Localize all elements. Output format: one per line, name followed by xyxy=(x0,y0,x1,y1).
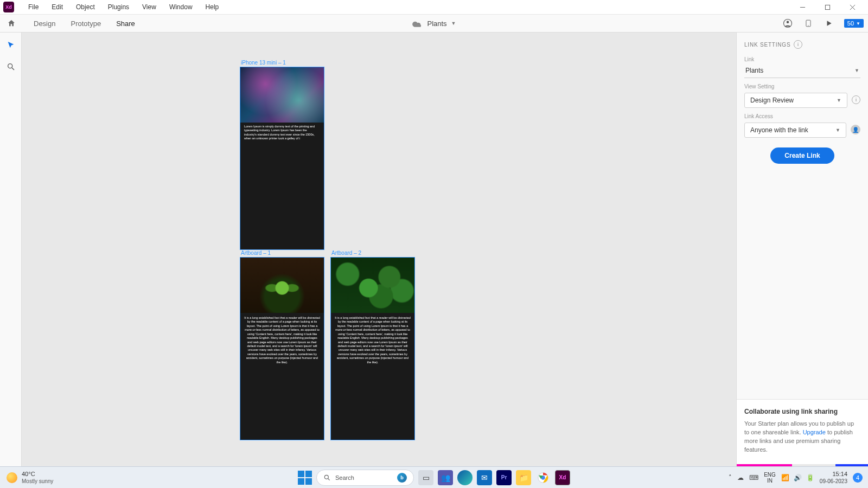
search-icon[interactable] xyxy=(5,61,17,73)
artboard-image xyxy=(240,67,324,123)
edge-icon[interactable] xyxy=(457,470,473,485)
weather-condition: Mostly sunny xyxy=(22,478,53,484)
tab-share[interactable]: Share xyxy=(108,16,143,31)
menu-edit[interactable]: Edit xyxy=(45,1,69,13)
link-label: Link xyxy=(744,56,860,62)
window-minimize[interactable] xyxy=(790,0,815,15)
task-view-icon[interactable]: ▭ xyxy=(418,470,433,485)
artboard-text: It is a long established fact that a rea… xyxy=(331,313,414,368)
teams-icon[interactable]: 👥 xyxy=(438,470,453,485)
search-placeholder: Search xyxy=(335,474,354,481)
link-value: Plants xyxy=(745,67,763,74)
link-access-dropdown[interactable]: Anyone with the link ▼ xyxy=(744,123,846,138)
menu-file[interactable]: File xyxy=(22,1,45,13)
account-icon[interactable] xyxy=(782,18,793,29)
modebar: Design Prototype Share Plants ▼ 50 ▼ xyxy=(0,15,868,33)
select-tool-icon[interactable] xyxy=(5,39,17,51)
artboard-label[interactable]: Artboard – 1 xyxy=(241,250,271,256)
artboard-1[interactable]: It is a long established fact that a rea… xyxy=(240,257,324,440)
document-name: Plants xyxy=(427,20,446,28)
link-access-value: Anyone with the link xyxy=(750,126,808,134)
artboard-image xyxy=(331,258,414,313)
view-setting-value: Design Review xyxy=(750,97,794,104)
window-maximize[interactable] xyxy=(815,0,840,15)
menu-window[interactable]: Window xyxy=(163,1,199,13)
tray-chevron-up-icon[interactable]: ˄ xyxy=(729,474,732,481)
menu-plugins[interactable]: Plugins xyxy=(101,1,136,13)
clock-date: 09-06-2023 xyxy=(820,478,847,484)
chevron-down-icon: ▼ xyxy=(451,21,456,26)
chevron-down-icon: ▼ xyxy=(835,127,840,133)
zoom-level[interactable]: 50 ▼ xyxy=(844,19,864,28)
window-close[interactable] xyxy=(840,0,865,15)
artboard-label[interactable]: iPhone 13 mini – 1 xyxy=(241,60,286,66)
artboard-text: Lorem Ipsum is simply dummy text of the … xyxy=(240,123,324,143)
svg-line-11 xyxy=(328,478,330,480)
upgrade-text: Your Starter plan allows you to publish … xyxy=(744,420,860,454)
windows-taskbar: 40°C Mostly sunny Search b ▭ 👥 ✉ Pr 📁 Xd… xyxy=(0,466,868,488)
invite-people-icon[interactable]: 👤 xyxy=(851,125,860,134)
sun-icon xyxy=(7,472,17,483)
artboard-2[interactable]: It is a long established fact that a rea… xyxy=(330,257,415,440)
home-icon[interactable] xyxy=(4,16,18,30)
chevron-down-icon: ▼ xyxy=(837,98,841,103)
mobile-preview-icon[interactable] xyxy=(803,18,814,29)
svg-point-8 xyxy=(8,64,12,68)
wifi-icon[interactable]: 📶 xyxy=(781,474,789,481)
mail-icon[interactable]: ✉ xyxy=(477,470,492,485)
view-setting-dropdown[interactable]: Design Review ▼ xyxy=(744,93,847,108)
volume-icon[interactable]: 🔊 xyxy=(794,474,802,481)
artboard-iphone13mini-1[interactable]: Lorem Ipsum is simply dummy text of the … xyxy=(240,67,324,250)
taskbar-clock[interactable]: 15:14 09-06-2023 xyxy=(820,471,847,484)
svg-point-7 xyxy=(808,25,808,26)
menu-view[interactable]: View xyxy=(136,1,163,13)
svg-rect-1 xyxy=(825,5,829,9)
svg-line-9 xyxy=(12,68,14,70)
start-button[interactable] xyxy=(298,471,312,485)
info-icon[interactable]: i xyxy=(794,40,802,49)
link-access-label: Link Access xyxy=(744,113,860,119)
canvas[interactable]: iPhone 13 mini – 1 Lorem Ipsum is simply… xyxy=(22,33,736,466)
tab-design[interactable]: Design xyxy=(26,16,63,31)
upgrade-banner: Collaborate using link sharing Your Star… xyxy=(737,399,868,466)
document-title[interactable]: Plants ▼ xyxy=(412,19,456,28)
create-link-button[interactable]: Create Link xyxy=(770,147,834,164)
artboard-label[interactable]: Artboard – 2 xyxy=(331,250,361,256)
zoom-value: 50 xyxy=(847,20,854,27)
notification-badge[interactable]: 4 xyxy=(853,473,863,483)
clock-time: 15:14 xyxy=(820,471,847,477)
chrome-icon[interactable] xyxy=(535,470,551,485)
share-link-panel: LINK SETTINGS i Link Plants ▼ View Setti… xyxy=(736,33,868,466)
menu-object[interactable]: Object xyxy=(69,1,101,13)
tab-prototype[interactable]: Prototype xyxy=(63,16,108,31)
onedrive-icon[interactable]: ☁ xyxy=(737,474,744,481)
chevron-down-icon: ▼ xyxy=(854,68,859,73)
chevron-down-icon: ▼ xyxy=(856,21,860,26)
artboard-text: It is a long established fact that a rea… xyxy=(240,313,324,368)
menu-help[interactable]: Help xyxy=(199,1,226,13)
battery-icon[interactable]: 🔋 xyxy=(806,474,814,481)
upgrade-link[interactable]: Upgrade xyxy=(803,429,826,435)
upgrade-title: Collaborate using link sharing xyxy=(744,407,860,416)
panel-header: LINK SETTINGS xyxy=(744,42,790,48)
cloud-icon xyxy=(412,19,423,28)
bing-icon: b xyxy=(397,473,407,483)
xd-taskbar-icon[interactable]: Xd xyxy=(555,470,570,485)
language-indicator[interactable]: ENG IN xyxy=(764,472,776,484)
left-toolbar xyxy=(0,33,22,466)
keyboard-icon[interactable]: ⌨ xyxy=(749,474,758,481)
menubar: Xd File Edit Object Plugins View Window … xyxy=(0,0,868,15)
weather-temp: 40°C xyxy=(22,471,53,477)
premiere-icon[interactable]: Pr xyxy=(496,470,512,485)
link-picker[interactable]: Plants ▼ xyxy=(744,65,860,78)
app-badge: Xd xyxy=(3,2,14,12)
svg-point-5 xyxy=(787,21,789,24)
artboard-image xyxy=(240,258,324,313)
play-preview-icon[interactable] xyxy=(824,18,834,29)
weather-widget[interactable]: 40°C Mostly sunny xyxy=(0,471,60,484)
file-explorer-icon[interactable]: 📁 xyxy=(516,470,531,485)
info-icon[interactable]: i xyxy=(852,95,860,104)
view-setting-label: View Setting xyxy=(744,84,860,89)
svg-point-10 xyxy=(324,475,328,479)
taskbar-search[interactable]: Search b xyxy=(316,470,414,486)
